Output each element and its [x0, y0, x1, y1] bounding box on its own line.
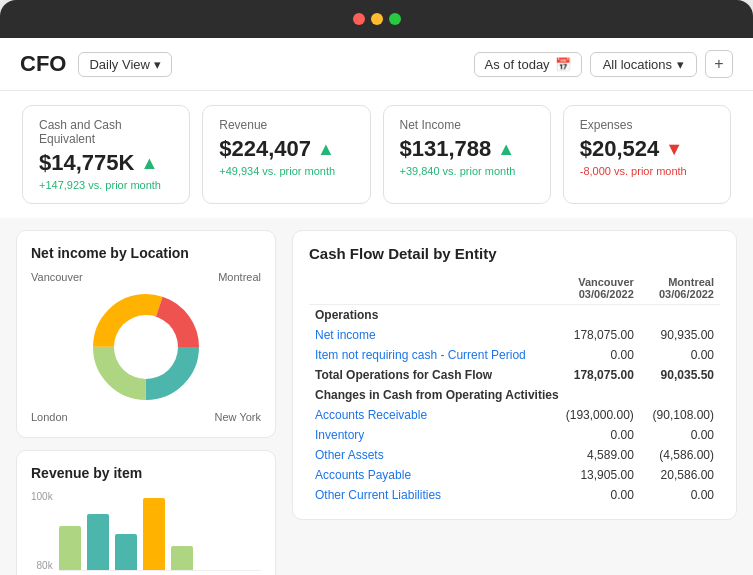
row-item-not-requiring-vancouver: 0.00: [552, 345, 639, 365]
row-total-operations-montreal: 90,035.50: [640, 365, 720, 385]
row-net-income-label: Net income: [309, 325, 552, 345]
row-ap-montreal: 20,586.00: [640, 465, 720, 485]
kpi-revenue-value: $224,407: [219, 136, 311, 162]
row-ocl-label: Other Current Liabilities: [309, 485, 552, 505]
row-ar-label: Accounts Receivable: [309, 405, 552, 425]
table-row: Inventory 0.00 0.00: [309, 425, 720, 445]
as-of-today-label: As of today: [485, 57, 550, 72]
accounts-receivable-link[interactable]: Accounts Receivable: [315, 408, 427, 422]
kpi-cash: Cash and Cash Equivalent $14,775K ▲ +147…: [22, 105, 190, 204]
as-of-today-button[interactable]: As of today 📅: [474, 52, 582, 77]
donut-label-newyork: New York: [215, 411, 261, 423]
table-row: Other Current Liabilities 0.00 0.00: [309, 485, 720, 505]
right-panel: Cash Flow Detail by Entity Vancouver 03/…: [276, 218, 737, 575]
window-chrome: [0, 0, 753, 38]
kpi-expenses-value: $20,524: [580, 136, 660, 162]
kpi-expenses-label: Expenses: [580, 118, 714, 132]
calendar-icon: 📅: [555, 57, 571, 72]
cash-flow-title: Cash Flow Detail by Entity: [309, 245, 720, 262]
section-operations: Operations: [309, 305, 720, 326]
kpi-row: Cash and Cash Equivalent $14,775K ▲ +147…: [0, 91, 753, 218]
bar-2: [87, 514, 109, 570]
net-income-link[interactable]: Net income: [315, 328, 376, 342]
kpi-cash-change: +147,923 vs. prior month: [39, 179, 173, 191]
row-ar-montreal: (90,108.00): [640, 405, 720, 425]
cash-flow-table: Vancouver 03/06/2022 Montreal 03/06/2022: [309, 272, 720, 505]
dashboard: CFO Daily View ▾ As of today 📅 All locat…: [0, 0, 753, 575]
row-ocl-montreal: 0.00: [640, 485, 720, 505]
row-ap-label: Accounts Payable: [309, 465, 552, 485]
kpi-revenue-change: +49,934 vs. prior month: [219, 165, 353, 177]
col-header-vancouver: Vancouver 03/06/2022: [552, 272, 639, 305]
donut-wrapper: Vancouver Montreal: [31, 271, 261, 423]
chevron-down-icon: ▾: [154, 57, 161, 72]
row-inventory-label: Inventory: [309, 425, 552, 445]
kpi-revenue-label: Revenue: [219, 118, 353, 132]
daily-view-label: Daily View: [89, 57, 149, 72]
daily-view-button[interactable]: Daily View ▾: [78, 52, 171, 77]
kpi-netincome-change: +39,840 vs. prior month: [400, 165, 534, 177]
donut-chart-card: Net income by Location Vancouver Montrea…: [16, 230, 276, 438]
donut-label-vancouver: Vancouver: [31, 271, 83, 283]
svg-point-4: [114, 315, 178, 379]
row-inventory-montreal: 0.00: [640, 425, 720, 445]
row-other-assets-vancouver: 4,589.00: [552, 445, 639, 465]
kpi-cash-value: $14,775K: [39, 150, 134, 176]
trend-up-icon: ▲: [317, 139, 335, 160]
other-current-liabilities-link[interactable]: Other Current Liabilities: [315, 488, 441, 502]
bar-chart-title: Revenue by item: [31, 465, 261, 481]
row-total-operations-vancouver: 178,075.00: [552, 365, 639, 385]
section-header-changes: Changes in Cash from Operating Activitie…: [309, 385, 720, 405]
table-row: Other Assets 4,589.00 (4,586.00): [309, 445, 720, 465]
left-panel: Net income by Location Vancouver Montrea…: [16, 218, 276, 575]
table-row: Net income 178,075.00 90,935.00: [309, 325, 720, 345]
row-net-income-vancouver: 178,075.00: [552, 325, 639, 345]
kpi-netincome-value: $131,788: [400, 136, 492, 162]
trend-down-icon: ▼: [665, 139, 683, 160]
donut-label-london: London: [31, 411, 68, 423]
main-content: Net income by Location Vancouver Montrea…: [0, 218, 753, 575]
bar-y-label-80k: 80k: [31, 560, 53, 571]
kpi-expenses-change: -8,000 vs. prior month: [580, 165, 714, 177]
chevron-down-icon: ▾: [677, 57, 684, 72]
kpi-netincome-label: Net Income: [400, 118, 534, 132]
table-row: Item not requiring cash - Current Period…: [309, 345, 720, 365]
bar-4: [143, 498, 165, 570]
row-item-not-requiring-label: Item not requiring cash - Current Period: [309, 345, 552, 365]
maximize-dot[interactable]: [389, 13, 401, 25]
bar-y-label-100k: 100k: [31, 491, 53, 502]
row-inventory-vancouver: 0.00: [552, 425, 639, 445]
header: CFO Daily View ▾ As of today 📅 All locat…: [0, 38, 753, 91]
bar-1: [59, 526, 81, 570]
accounts-payable-link[interactable]: Accounts Payable: [315, 468, 411, 482]
minimize-dot[interactable]: [371, 13, 383, 25]
col-header-item: [309, 272, 552, 305]
kpi-netincome: Net Income $131,788 ▲ +39,840 vs. prior …: [383, 105, 551, 204]
trend-up-icon: ▲: [140, 153, 158, 174]
kpi-expenses: Expenses $20,524 ▼ -8,000 vs. prior mont…: [563, 105, 731, 204]
col-header-montreal: Montreal 03/06/2022: [640, 272, 720, 305]
donut-label-montreal: Montreal: [218, 271, 261, 283]
header-actions: As of today 📅 All locations ▾ +: [474, 50, 733, 78]
all-locations-button[interactable]: All locations ▾: [590, 52, 697, 77]
bar-chart-card: Revenue by item 100k 80k: [16, 450, 276, 575]
row-ap-vancouver: 13,905.00: [552, 465, 639, 485]
donut-svg: [86, 287, 206, 407]
add-button[interactable]: +: [705, 50, 733, 78]
row-ar-vancouver: (193,000.00): [552, 405, 639, 425]
row-ocl-vancouver: 0.00: [552, 485, 639, 505]
page-title: CFO: [20, 51, 66, 77]
table-row: Total Operations for Cash Flow 178,075.0…: [309, 365, 720, 385]
row-other-assets-label: Other Assets: [309, 445, 552, 465]
table-row: Accounts Payable 13,905.00 20,586.00: [309, 465, 720, 485]
close-dot[interactable]: [353, 13, 365, 25]
row-net-income-montreal: 90,935.00: [640, 325, 720, 345]
other-assets-link[interactable]: Other Assets: [315, 448, 384, 462]
cash-flow-card: Cash Flow Detail by Entity Vancouver 03/…: [292, 230, 737, 520]
item-not-requiring-link[interactable]: Item not requiring cash - Current Period: [315, 348, 526, 362]
plus-icon: +: [714, 55, 723, 73]
row-total-operations-label: Total Operations for Cash Flow: [309, 365, 552, 385]
trend-up-icon: ▲: [497, 139, 515, 160]
table-row: Accounts Receivable (193,000.00) (90,108…: [309, 405, 720, 425]
inventory-link[interactable]: Inventory: [315, 428, 364, 442]
